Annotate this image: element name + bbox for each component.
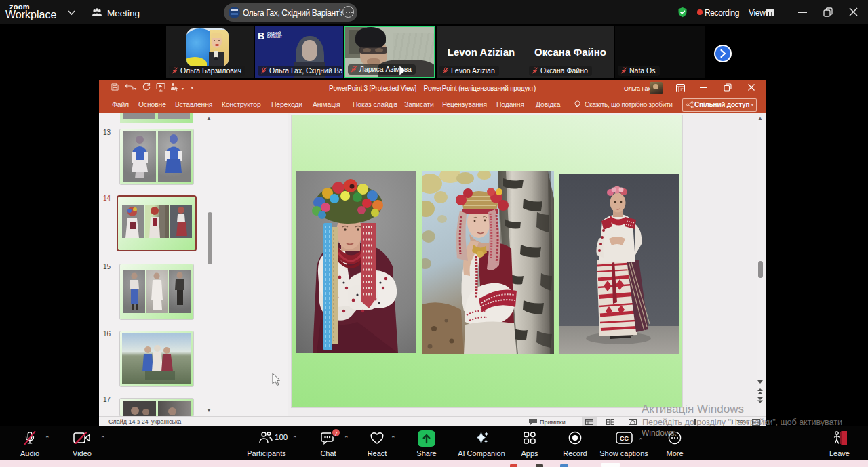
svg-text:CC: CC (620, 435, 629, 442)
